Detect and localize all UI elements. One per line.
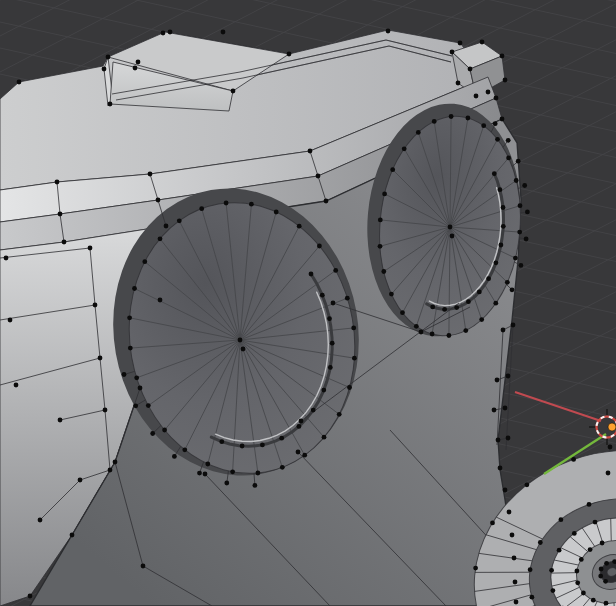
vertex-dot[interactable] — [473, 566, 478, 571]
vertex-dot[interactable] — [93, 303, 98, 308]
vertex-dot[interactable] — [512, 556, 517, 561]
vertex-dot[interactable] — [458, 41, 463, 46]
vertex-dot[interactable] — [448, 225, 453, 230]
vertex-dot[interactable] — [525, 210, 530, 215]
vertex-dot[interactable] — [524, 237, 529, 242]
vertex-dot[interactable] — [506, 374, 511, 379]
vertex-dot[interactable] — [511, 323, 516, 328]
vertex-dot[interactable] — [327, 316, 332, 321]
vertex-dot[interactable] — [593, 520, 598, 525]
vertex-dot[interactable] — [604, 601, 609, 606]
vertex-dot[interactable] — [588, 547, 593, 552]
vertex-dot[interactable] — [302, 453, 307, 458]
vertex-dot[interactable] — [347, 385, 352, 390]
vertex-dot[interactable] — [382, 192, 387, 197]
vertex-dot[interactable] — [477, 290, 482, 295]
vertex-dot[interactable] — [505, 280, 510, 285]
vertex-dot[interactable] — [146, 403, 151, 408]
vertex-dot[interactable] — [499, 243, 504, 248]
vertex-dot[interactable] — [522, 183, 527, 188]
vertex-dot[interactable] — [481, 123, 486, 128]
vertex-dot[interactable] — [514, 600, 519, 605]
vertex-dot[interactable] — [55, 180, 60, 185]
vertex-dot[interactable] — [199, 206, 204, 211]
vertex-dot[interactable] — [389, 292, 394, 297]
vertex-dot[interactable] — [162, 428, 167, 433]
vertex-dot[interactable] — [141, 564, 146, 569]
vertex-dot[interactable] — [238, 338, 243, 343]
origin-dot[interactable] — [608, 423, 616, 431]
vertex-dot[interactable] — [203, 472, 208, 477]
vertex-dot[interactable] — [519, 263, 524, 268]
vertex-dot[interactable] — [333, 268, 338, 273]
vertex-dot[interactable] — [197, 471, 202, 476]
vertex-dot[interactable] — [591, 598, 596, 603]
vertex-dot[interactable] — [219, 439, 224, 444]
vertex-dot[interactable] — [538, 540, 543, 545]
vertex-dot[interactable] — [108, 102, 113, 107]
vertex-dot[interactable] — [474, 94, 479, 99]
vertex-dot[interactable] — [113, 460, 118, 465]
horn-tick-edge[interactable] — [611, 519, 612, 541]
vertex-dot[interactable] — [587, 502, 592, 507]
vertex-dot[interactable] — [128, 346, 133, 351]
vertex-dot[interactable] — [500, 117, 505, 122]
vertex-dot[interactable] — [516, 159, 521, 164]
vertex-dot[interactable] — [575, 569, 580, 574]
vertex-dot[interactable] — [331, 301, 336, 306]
vertex-dot[interactable] — [492, 171, 497, 176]
vertex-dot[interactable] — [158, 298, 163, 303]
vertex-dot[interactable] — [419, 330, 424, 335]
vertex-dot[interactable] — [506, 138, 511, 143]
vertex-dot[interactable] — [352, 356, 357, 361]
vertex-dot[interactable] — [517, 230, 522, 235]
vertex-dot[interactable] — [450, 234, 455, 239]
vertex-dot[interactable] — [38, 518, 43, 523]
vertex-dot[interactable] — [447, 333, 452, 338]
vertex-dot[interactable] — [58, 212, 63, 217]
vertex-dot[interactable] — [279, 436, 284, 441]
vertex-dot[interactable] — [492, 408, 497, 413]
vertex-dot[interactable] — [320, 293, 325, 298]
vertex-dot[interactable] — [172, 454, 177, 459]
vertex-dot[interactable] — [430, 305, 435, 310]
vertex-dot[interactable] — [486, 276, 491, 281]
vertex-dot[interactable] — [182, 447, 187, 452]
vertex-dot[interactable] — [14, 383, 19, 388]
vertex-dot[interactable] — [503, 78, 508, 83]
vertex-dot[interactable] — [528, 567, 533, 572]
vertex-dot[interactable] — [598, 574, 603, 579]
vertex-dot[interactable] — [490, 521, 495, 526]
vertex-dot[interactable] — [604, 561, 609, 566]
vertex-dot[interactable] — [230, 469, 235, 474]
vertex-dot[interactable] — [506, 156, 511, 161]
vertex-dot[interactable] — [317, 244, 322, 249]
vertex-dot[interactable] — [161, 31, 166, 36]
vertex-dot[interactable] — [518, 203, 523, 208]
vertex-dot[interactable] — [106, 55, 111, 60]
vertex-dot[interactable] — [297, 424, 302, 429]
vertex-dot[interactable] — [498, 466, 503, 471]
blender-3d-viewport[interactable] — [0, 0, 616, 606]
vertex-dot[interactable] — [608, 445, 613, 450]
vertex-dot[interactable] — [530, 595, 535, 600]
vertex-dot[interactable] — [479, 317, 484, 322]
vertex-dot[interactable] — [501, 205, 506, 210]
vertex-dot[interactable] — [299, 419, 304, 424]
vertex-dot[interactable] — [88, 246, 93, 251]
vertex-dot[interactable] — [164, 224, 169, 229]
vertex-dot[interactable] — [138, 386, 143, 391]
vertex-dot[interactable] — [575, 580, 580, 585]
vertex-dot[interactable] — [430, 332, 435, 337]
vertex-dot[interactable] — [309, 272, 314, 277]
vertex-dot[interactable] — [322, 435, 327, 440]
vertex-dot[interactable] — [495, 378, 500, 383]
vertex-dot[interactable] — [241, 347, 246, 352]
vertex-dot[interactable] — [510, 533, 515, 538]
vertex-dot[interactable] — [324, 199, 329, 204]
vertex-dot[interactable] — [168, 30, 173, 35]
vertex-dot[interactable] — [494, 96, 499, 101]
vertex-dot[interactable] — [8, 318, 13, 323]
vertex-dot[interactable] — [102, 67, 107, 72]
vertex-dot[interactable] — [571, 457, 576, 462]
